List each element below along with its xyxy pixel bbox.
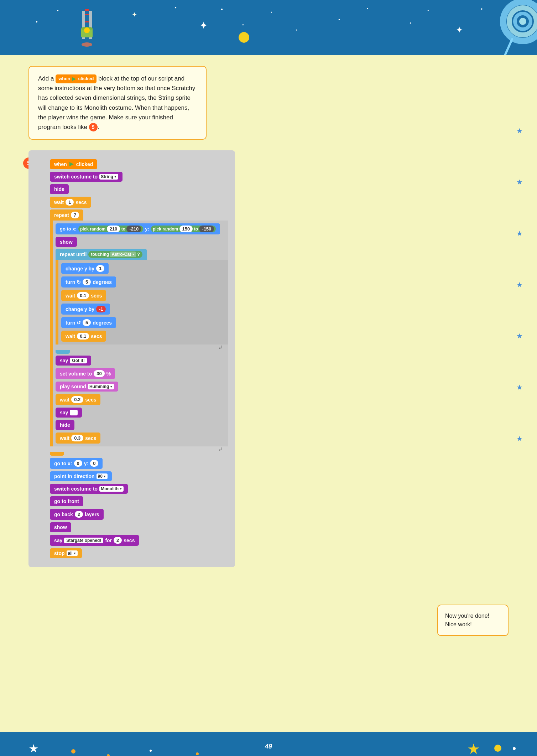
done-text-line2: Nice work! bbox=[445, 621, 472, 627]
wait-01-2-row: wait 0.1 secs bbox=[61, 330, 228, 342]
rocket-illustration bbox=[71, 4, 103, 53]
star-decoration: ● bbox=[481, 7, 483, 11]
instruction-box: Add a when clicked block at the top of o… bbox=[28, 66, 207, 140]
footer-dot-right-2 bbox=[513, 747, 516, 750]
turn-1-row: turn ↻ 5 degrees bbox=[61, 276, 228, 288]
repeat-7-body: go to x: pick random 210 to -210 y: pick… bbox=[50, 221, 228, 446]
svg-rect-2 bbox=[85, 9, 89, 11]
svg-point-8 bbox=[82, 42, 92, 47]
star-decoration: ✦ bbox=[132, 11, 137, 19]
svg-rect-4 bbox=[85, 21, 89, 22]
wait-01-1-val: 0.1 bbox=[77, 292, 89, 299]
x0-val: 0 bbox=[74, 460, 82, 467]
star-decoration: ● bbox=[338, 18, 340, 21]
show-block: show bbox=[56, 237, 77, 247]
show-row: show bbox=[56, 236, 228, 248]
switch-costume-row: switch costume to String ▼ bbox=[50, 171, 228, 182]
wait-01-1-row: wait 0.1 secs bbox=[61, 289, 228, 302]
turn-2-val: 5 bbox=[83, 319, 91, 326]
svg-marker-14 bbox=[72, 77, 76, 81]
point-direction-row: point in direction 90 ▼ bbox=[50, 471, 228, 482]
go-to-0-0-row: go to x: 0 y: 0 bbox=[50, 457, 228, 470]
star-decoration: ● bbox=[221, 7, 223, 11]
stop-all-block: stop all ▼ bbox=[50, 548, 82, 558]
main-content: ★ ★ ★ ★ ★ ★ ★ Add a when clicked block a… bbox=[0, 55, 537, 732]
wait-03-val: 0.3 bbox=[71, 435, 83, 441]
say-got-it-row: say Got it! bbox=[56, 355, 228, 366]
flag-icon bbox=[72, 77, 77, 82]
go-back-block: go back 2 layers bbox=[50, 509, 104, 520]
star-decoration: ● bbox=[410, 21, 411, 25]
turn-1-block: turn ↻ 5 degrees bbox=[61, 276, 116, 288]
footer-dot-right bbox=[494, 745, 501, 752]
layers-val: 2 bbox=[75, 511, 83, 518]
hide-2-block: hide bbox=[56, 420, 74, 430]
change-y-1-block: change y by 1 bbox=[61, 263, 109, 274]
change-y-2-block: change y by -1 bbox=[61, 304, 110, 315]
page-number: 49 bbox=[265, 743, 272, 750]
turn-2-block: turn ↺ 5 degrees bbox=[61, 317, 116, 328]
say-empty-val bbox=[70, 410, 78, 415]
y0-val: 0 bbox=[90, 460, 98, 467]
stargate-val: Stargate opened! bbox=[64, 538, 103, 543]
hide-block: hide bbox=[50, 184, 69, 194]
turn-1-val: 5 bbox=[83, 279, 91, 285]
footer-dot-2 bbox=[107, 754, 110, 756]
pr2-val: -210 bbox=[126, 226, 141, 232]
point-direction-block: point in direction 90 ▼ bbox=[50, 471, 112, 481]
scratch-code-area: 5 when when clicked clicked switch costu… bbox=[28, 150, 249, 567]
for-val: 2 bbox=[114, 537, 122, 544]
bracket-corner-2: ↲ bbox=[218, 446, 223, 452]
svg-point-12 bbox=[519, 18, 526, 25]
wait-02-val: 0.2 bbox=[71, 396, 83, 403]
svg-line-13 bbox=[505, 39, 512, 55]
svg-rect-3 bbox=[85, 14, 89, 15]
repeat-until-header: repeat until touching Astro-Cat ▼ ? bbox=[56, 249, 147, 260]
repeat-7-footer bbox=[50, 452, 64, 456]
astro-cat-dropdown: Astro-Cat ▼ bbox=[110, 252, 136, 257]
go-back-row: go back 2 layers bbox=[50, 508, 228, 521]
wait-02-row: wait 0.2 secs bbox=[56, 393, 228, 406]
instruction-text: Add a when clicked block at the top of o… bbox=[38, 75, 195, 130]
repeat-7-header: repeat 7 bbox=[50, 209, 83, 221]
wait-1-value: 1 bbox=[66, 199, 74, 206]
pick-random-2: pick random 150 to -150 bbox=[151, 226, 216, 232]
change-y-1-row: change y by 1 bbox=[61, 262, 228, 275]
footer-star-left: ★ bbox=[28, 742, 39, 755]
volume-val: 30 bbox=[94, 370, 104, 377]
go-to-front-row: go to front bbox=[50, 496, 228, 507]
set-volume-row: set volume to 30 % bbox=[56, 367, 228, 380]
footer-dot-4 bbox=[196, 752, 199, 755]
say-got-it-val: Got it! bbox=[70, 358, 87, 363]
repeat-until-body: change y by 1 turn ↻ 5 degrees bbox=[56, 260, 228, 345]
wait-03-block: wait 0.3 secs bbox=[56, 433, 100, 444]
when-clicked-row: when when clicked clicked bbox=[50, 159, 228, 170]
touching-operator: touching Astro-Cat ▼ ? bbox=[88, 251, 142, 258]
say-stargate-row: say Stargate opened! for 2 secs bbox=[50, 534, 228, 547]
pick-random-1: pick random 210 to -210 bbox=[78, 226, 143, 232]
svg-marker-15 bbox=[69, 162, 74, 166]
change-y-1-val: 1 bbox=[96, 265, 104, 272]
repeat-until-wrapper: repeat until touching Astro-Cat ▼ ? bbox=[56, 249, 228, 354]
pr4-val: -150 bbox=[199, 226, 214, 232]
star-decoration: ● bbox=[271, 11, 272, 13]
repeat-7-wrapper: repeat 7 go to x: pick random 210 to -21… bbox=[50, 209, 228, 456]
yellow-dot bbox=[239, 32, 249, 43]
change-y-2-row: change y by -1 bbox=[61, 303, 228, 315]
switch-monolith-block: switch costume to Monolith ▼ bbox=[50, 484, 128, 494]
done-box: Now you're done! Nice work! bbox=[437, 605, 509, 636]
pr1-val: 210 bbox=[107, 226, 120, 232]
star-decoration: ✦ bbox=[199, 20, 208, 31]
say-empty-row: say bbox=[56, 407, 228, 418]
wait-03-row: wait 0.3 secs bbox=[56, 432, 228, 444]
turn-2-row: turn ↺ 5 degrees bbox=[61, 316, 228, 329]
footer-dot-3 bbox=[150, 750, 152, 752]
wait-1-row: wait 1 secs bbox=[50, 196, 228, 208]
switch-monolith-row: switch costume to Monolith ▼ bbox=[50, 483, 228, 494]
wait-02-block: wait 0.2 secs bbox=[56, 394, 100, 405]
star-decoration: ● bbox=[427, 9, 429, 11]
star-decoration: ● bbox=[36, 20, 38, 24]
pr3-val: 150 bbox=[179, 226, 193, 232]
costume-dropdown: String ▼ bbox=[99, 174, 118, 180]
right-decoration: ★ ★ ★ ★ ★ ★ ★ bbox=[516, 126, 523, 486]
